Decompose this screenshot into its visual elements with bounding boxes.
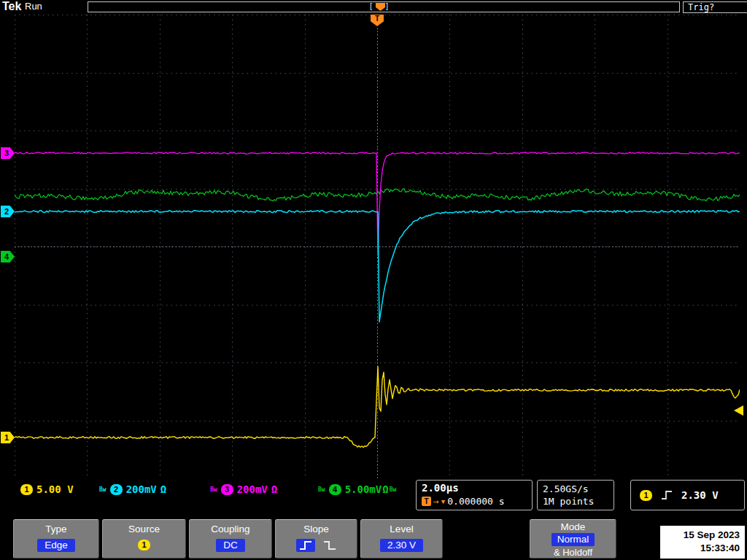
- record-length-value: 1M points: [543, 495, 608, 508]
- trigger-arrow-glyph: →: [433, 496, 439, 507]
- bottom-menu-bar: Type Edge Source 1 Coupling DC Slope Lev…: [0, 518, 747, 560]
- ch1-marker-label: 1: [4, 433, 9, 442]
- ch4-badge: 4: [329, 484, 341, 495]
- trigger-status-label: Trig?: [688, 2, 714, 12]
- expansion-bracket-right: ]: [386, 1, 388, 11]
- graticule: T: [15, 15, 740, 478]
- ch1-scale-readout: 1 5.00 V: [20, 483, 74, 495]
- expansion-bracket-left: [: [370, 1, 372, 11]
- mode-value: Normal: [551, 533, 595, 546]
- ch4-ohm-label: Ω: [382, 483, 388, 495]
- type-title: Type: [14, 524, 98, 534]
- level-value: 2.30 V: [380, 539, 423, 552]
- ch3-badge: 3: [221, 484, 233, 495]
- trigger-position-icon[interactable]: [376, 3, 385, 11]
- ch4-position-marker[interactable]: 4: [1, 251, 15, 262]
- ch1-position-marker[interactable]: 1: [1, 432, 15, 443]
- ch2-bw-limit-icon: Bw: [99, 486, 107, 493]
- rising-slope-icon: [298, 540, 313, 551]
- datetime-box: 15 Sep 2023 15:33:40: [660, 526, 745, 559]
- source-channel-badge: 1: [138, 540, 150, 551]
- waveform-display: [15, 15, 740, 478]
- trigger-source-badge: 1: [640, 490, 652, 501]
- ch2-scale-readout: Bw 2 200mV Ω: [99, 483, 166, 495]
- ch1-scale-value: 5.00 V: [36, 483, 74, 495]
- menu-button-slope[interactable]: Slope: [275, 519, 357, 559]
- ch3-bw-limit-icon: Bw: [210, 486, 217, 493]
- trigger-readout-box: 1 2.30 V: [630, 480, 745, 510]
- ch1-badge: 1: [20, 484, 33, 495]
- ch2-ohm-label: Ω: [160, 483, 166, 495]
- ch4-bw-limit-icon-2: Bw: [390, 486, 397, 493]
- trigger-slope-icon: [661, 490, 673, 500]
- mode-title: Mode: [530, 521, 616, 532]
- ch3-position-marker[interactable]: 3: [1, 147, 15, 159]
- horizontal-readout-box: 2.00µs T → ▼ 0.000000 s: [416, 480, 533, 510]
- type-value: Edge: [37, 539, 75, 552]
- ch3-marker-label: 3: [4, 149, 9, 158]
- falling-slope-icon[interactable]: [322, 540, 337, 551]
- ch4-scale-readout: Bw 4 5.00mV Ω Bw: [318, 483, 396, 495]
- mode-extra-label: & Holdoff: [530, 547, 616, 558]
- acquisition-status: Run: [25, 1, 42, 12]
- ch4-scale-value: 5.00mV: [345, 483, 382, 495]
- trigger-level-arrow[interactable]: [734, 405, 743, 416]
- record-view-bar[interactable]: [ ]: [88, 1, 680, 12]
- trigger-level-value: 2.30 V: [681, 489, 719, 501]
- timebase-value: 2.00µs: [422, 482, 527, 494]
- menu-button-source[interactable]: Source 1: [102, 519, 186, 559]
- rising-slope-selected[interactable]: [296, 539, 315, 552]
- ch3-scale-value: 200mV: [237, 483, 268, 495]
- acquisition-readout-box: 2.50GS/s 1M points: [537, 480, 614, 510]
- sample-rate-value: 2.50GS/s: [543, 483, 608, 495]
- ch2-badge: 2: [110, 484, 123, 495]
- menu-button-type[interactable]: Type Edge: [13, 519, 99, 559]
- ch4-marker-label: 4: [4, 252, 9, 261]
- ch2-position-marker[interactable]: 2: [1, 206, 15, 217]
- source-title: Source: [103, 524, 185, 534]
- level-title: Level: [361, 524, 442, 534]
- menu-button-coupling[interactable]: Coupling DC: [189, 519, 272, 559]
- time-value: 15:33:40: [665, 542, 740, 555]
- ch3-ohm-label: Ω: [271, 483, 277, 495]
- menu-button-mode[interactable]: Mode Normal & Holdoff: [530, 519, 616, 559]
- ch4-bw-limit-icon: Bw: [318, 486, 325, 493]
- tek-logo: Tek: [2, 0, 21, 13]
- ch2-marker-label: 2: [4, 207, 9, 216]
- trigger-status-box: Trig?: [683, 1, 747, 13]
- trigger-flag-label: T: [375, 15, 379, 23]
- coupling-value: DC: [216, 539, 245, 552]
- ch3-scale-readout: Bw 3 200mV Ω: [210, 483, 277, 495]
- date-value: 15 Sep 2023: [665, 529, 740, 542]
- coupling-title: Coupling: [190, 524, 271, 534]
- ch2-scale-value: 200mV: [126, 483, 157, 495]
- trigger-marker-glyph: ▼: [441, 498, 445, 505]
- menu-button-level[interactable]: Level 2.30 V: [360, 519, 443, 559]
- trigger-t-badge: T: [422, 497, 431, 506]
- trigger-position-value: 0.000000 s: [447, 496, 504, 507]
- slope-title: Slope: [276, 524, 357, 534]
